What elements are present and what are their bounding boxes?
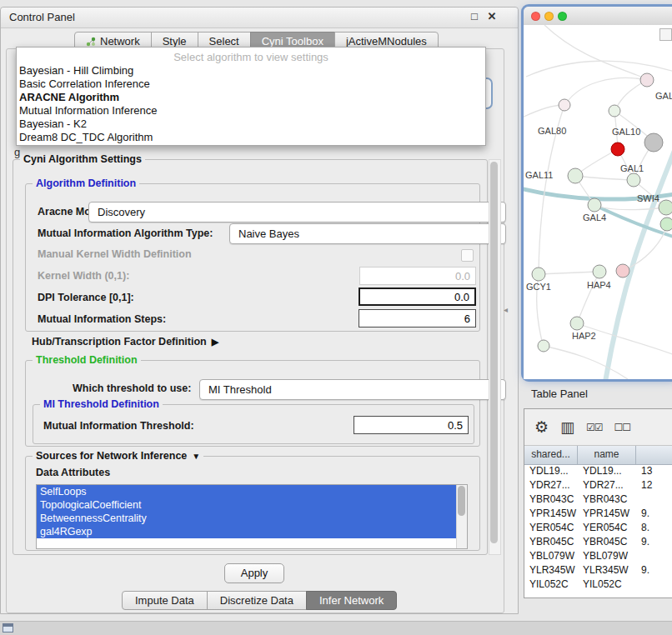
table-cell: YPR145W — [524, 507, 578, 521]
table-row[interactable]: YDR27...YDR27...12 — [524, 478, 672, 492]
sources-group-title: Sources for Network Inference — [36, 450, 187, 462]
hub-definition-disclosure[interactable]: Hub/Transcription Factor Definition ▶ — [32, 336, 218, 348]
scrollbar-thumb[interactable] — [490, 162, 498, 543]
manual-kernel-width-checkbox[interactable] — [461, 249, 474, 262]
tab-discretize-data[interactable]: Discretize Data — [207, 591, 307, 610]
network-node-label: GAL80 — [538, 126, 566, 136]
algorithm-menu-item[interactable]: Mutual Information Inference — [17, 104, 485, 118]
network-edge[interactable] — [544, 25, 645, 78]
kernel-width-field — [359, 267, 476, 285]
algorithm-menu-item[interactable]: ARACNE Algorithm — [17, 91, 485, 104]
footer-strip — [0, 621, 672, 635]
dpi-tolerance-field[interactable] — [359, 288, 476, 306]
dpi-tolerance-label: DPI Tolerance [0,1]: — [38, 292, 134, 303]
network-canvas[interactable]: GALGAL80GAL10GAL11GAL1SWI4GAL4GCY1HAP4HA… — [524, 25, 672, 379]
network-window-titlebar[interactable] — [524, 7, 672, 26]
network-edge[interactable] — [544, 346, 628, 379]
apply-button[interactable]: Apply — [224, 563, 284, 583]
table-cell: 13 — [636, 464, 672, 478]
table-row[interactable]: YBR043CYBR043C — [524, 492, 672, 507]
settings-gear-icon[interactable]: ⚙ — [534, 418, 549, 437]
network-edge[interactable] — [575, 176, 632, 180]
network-edge[interactable] — [566, 78, 647, 103]
network-node[interactable] — [660, 218, 672, 231]
algorithm-menu-item[interactable]: Bayesian - K2 — [17, 118, 485, 131]
table-toolbar: ⚙▥☑☑☐☐ — [524, 409, 672, 446]
table-cell — [636, 578, 672, 592]
column-header[interactable]: name — [578, 446, 636, 464]
table-row[interactable]: YLR345WYLR345W9. — [524, 563, 672, 578]
network-node[interactable] — [611, 142, 624, 156]
sources-group-title-row[interactable]: Sources for Network Inference ▼ — [33, 450, 203, 462]
column-header[interactable]: shared... — [524, 446, 578, 464]
data-attribute-item[interactable]: BetweennessCentrality — [37, 512, 458, 525]
network-edge[interactable] — [524, 105, 563, 118]
splitter-collapse-icon[interactable]: ◂ — [504, 305, 508, 314]
table-cell: YIL052C — [524, 578, 578, 592]
column-chooser-icon[interactable]: ▥ — [560, 418, 574, 437]
network-node[interactable] — [659, 200, 672, 215]
tab-impute-data[interactable]: Impute Data — [122, 591, 208, 610]
network-node[interactable] — [538, 340, 549, 352]
table-cell — [636, 492, 672, 507]
column-header[interactable] — [636, 446, 672, 464]
network-node[interactable] — [644, 133, 663, 152]
network-node[interactable] — [609, 105, 620, 117]
network-node[interactable] — [570, 317, 584, 330]
table-row[interactable]: YER054CYER054C8. — [524, 521, 672, 535]
data-attribute-item[interactable]: TopologicalCoefficient — [37, 498, 458, 512]
network-node[interactable] — [559, 99, 570, 111]
algorithm-menu-item[interactable]: Bayesian - Hill Climbing — [17, 64, 485, 78]
network-node[interactable] — [593, 265, 606, 278]
table-row[interactable]: YIL052CYIL052C — [524, 578, 672, 592]
data-attributes-list[interactable]: SelfLoopsTopologicalCoefficientBetweenne… — [36, 484, 468, 549]
hide-columns-icon[interactable]: ☐☐ — [614, 422, 631, 433]
which-threshold-select[interactable]: MI Threshold ▴▾ — [199, 379, 506, 400]
network-node[interactable] — [627, 173, 640, 187]
close-icon[interactable]: ✕ — [485, 10, 499, 23]
network-node-label: GAL10 — [612, 127, 640, 137]
algorithm-menu-items: Bayesian - Hill ClimbingBasic Correlatio… — [17, 64, 485, 144]
network-node[interactable] — [588, 198, 601, 212]
table-cell: YDL19... — [524, 464, 578, 478]
scrollbar-thumb[interactable] — [458, 486, 465, 516]
aracne-mode-select[interactable]: Discovery ▴▾ — [88, 202, 506, 222]
data-attribute-item[interactable]: SelfLoops — [37, 485, 458, 498]
obscured-label-fragment: g — [14, 146, 20, 158]
algorithm-menu-item[interactable]: Dream8 DC_TDC Algorithm — [17, 131, 485, 144]
table-cell: YIL052C — [578, 578, 636, 592]
network-node-label: HAP2 — [572, 331, 596, 341]
mi-threshold-field[interactable] — [354, 416, 469, 434]
table-cell: YDR27... — [578, 478, 636, 492]
table-row[interactable]: YBL079WYBL079W — [524, 549, 672, 563]
select-all-columns-icon[interactable]: ☑☑ — [586, 422, 603, 433]
algorithm-menu-item[interactable]: Basic Correlation Inference — [17, 78, 485, 91]
table-cell: YBR045C — [578, 535, 636, 549]
attribute-list-scrollbar[interactable] — [456, 485, 467, 548]
mi-threshold-definition-title: MI Threshold Definition — [40, 398, 163, 410]
birdseye-toggle[interactable] — [659, 28, 672, 41]
mac-zoom-icon[interactable] — [558, 12, 567, 21]
network-node[interactable] — [532, 268, 545, 281]
network-node[interactable] — [616, 264, 629, 278]
network-edge[interactable] — [539, 272, 598, 274]
network-edge[interactable] — [578, 272, 599, 322]
mac-minimize-icon[interactable] — [544, 12, 554, 21]
table-cell — [636, 549, 672, 563]
network-node[interactable] — [568, 168, 583, 183]
settings-scrollbar[interactable] — [489, 159, 501, 555]
aracne-mode-value: Discovery — [98, 206, 145, 218]
table-row[interactable]: YDL19...YDL19...13 — [524, 464, 672, 478]
table-row[interactable]: YPR145WYPR145W9. — [524, 507, 672, 521]
taskbar-window-icon[interactable] — [3, 623, 13, 632]
network-node[interactable] — [640, 73, 654, 87]
mi-algorithm-type-select[interactable]: Naive Bayes ▴▾ — [229, 223, 506, 244]
data-attribute-item[interactable]: gal4RGexp — [37, 525, 458, 538]
mac-close-icon[interactable] — [531, 12, 540, 21]
float-window-icon[interactable]: □ — [468, 10, 481, 23]
network-node-label: GAL11 — [525, 170, 553, 180]
tab-infer-network[interactable]: Infer Network — [306, 591, 397, 610]
table-row[interactable]: YBR045CYBR045C9. — [524, 535, 672, 549]
control-panel-titlebar[interactable]: Control Panel □ ✕ — [1, 8, 518, 28]
mi-steps-field[interactable] — [359, 309, 476, 328]
